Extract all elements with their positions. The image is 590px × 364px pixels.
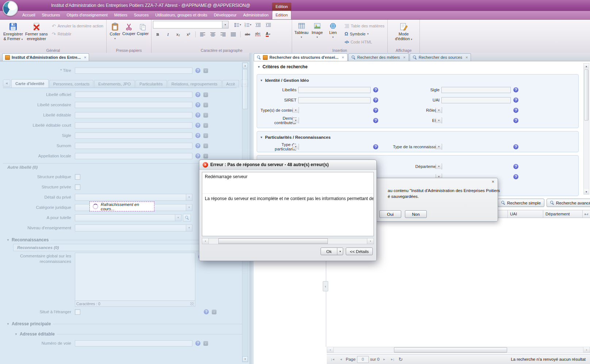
etat-select[interactable]: ▾: [441, 118, 442, 123]
first-page-button[interactable]: |◄: [330, 356, 336, 363]
info-icon[interactable]: i: [203, 113, 208, 118]
situe-etranger-checkbox[interactable]: [75, 309, 80, 315]
html-code-button[interactable]: </> Code HTML: [343, 38, 386, 46]
help-icon[interactable]: ?: [513, 144, 518, 149]
numero-voie-input[interactable]: [75, 340, 192, 346]
sigle-search-input[interactable]: [441, 87, 511, 93]
tab-administration[interactable]: Administration: [240, 11, 272, 19]
surnom-input[interactable]: [75, 143, 192, 149]
subtab-carte-identite[interactable]: Carte d'identité: [11, 79, 49, 88]
subtab-relations-regroupements[interactable]: Relations, regroupements: [168, 80, 222, 88]
align-center-button[interactable]: [208, 30, 218, 38]
page-number-input[interactable]: [357, 356, 369, 363]
help-icon[interactable]: ?: [373, 87, 378, 92]
non-button[interactable]: Non: [405, 210, 427, 218]
a-pour-tutelle-select[interactable]: ▾: [75, 214, 181, 221]
help-icon[interactable]: ?: [195, 92, 200, 97]
help-icon[interactable]: ?: [513, 97, 518, 103]
criteria-header[interactable]: ▼ Critères de recherche: [257, 64, 307, 69]
previous-page-button[interactable]: ◄: [338, 356, 344, 363]
combobox-dropdown-icon[interactable]: ▾: [222, 21, 228, 28]
numbered-list-button[interactable]: 1.2.3. ▾: [243, 21, 253, 28]
tab-edition[interactable]: Edition: [272, 11, 292, 19]
help-icon[interactable]: ?: [204, 309, 209, 314]
info-icon[interactable]: i: [212, 310, 217, 314]
info-icon[interactable]: i: [203, 68, 208, 73]
scroll-down-icon[interactable]: ▼: [584, 189, 589, 194]
details-button[interactable]: << Détails: [346, 248, 373, 255]
last-page-button[interactable]: ►|: [389, 356, 395, 363]
insert-image-button[interactable]: Image ▾: [309, 21, 325, 46]
tab-developpeur[interactable]: Développeur: [211, 11, 240, 19]
info-icon[interactable]: i: [203, 133, 208, 138]
scroll-down-icon[interactable]: ▼: [242, 356, 248, 362]
niveau-enseignement-select[interactable]: ▾: [75, 225, 192, 231]
help-icon[interactable]: ?: [513, 108, 518, 113]
align-justify-button[interactable]: [229, 30, 238, 38]
type-contenu-select[interactable]: ▾: [298, 107, 299, 113]
detail-prive-select[interactable]: ▾: [75, 194, 192, 201]
error-dialog-hscrollbar[interactable]: ‹ ›: [202, 238, 374, 244]
libelle-editable-court-input[interactable]: [75, 122, 192, 129]
help-icon[interactable]: ?: [195, 153, 200, 158]
column-header-departement[interactable]: Département: [543, 210, 582, 218]
font-color-button[interactable]: A ▾: [263, 30, 273, 38]
subtabs-scroll-left-button[interactable]: ◄: [3, 80, 10, 87]
scrollbar-thumb[interactable]: [394, 347, 507, 353]
collapse-panel-handle[interactable]: ‹: [323, 281, 328, 291]
font-combobox[interactable]: ▾: [153, 21, 229, 28]
sigle-input[interactable]: [75, 133, 192, 139]
column-header-uai[interactable]: UAI: [507, 210, 543, 218]
structure-privee-checkbox[interactable]: [75, 184, 80, 190]
scrollbar-thumb[interactable]: [584, 69, 589, 120]
results-hscrollbar[interactable]: ‹ ›: [327, 347, 590, 353]
scroll-left-icon[interactable]: ‹: [327, 347, 334, 353]
cut-button[interactable]: Couper: [122, 21, 136, 46]
libelle-officiel-input[interactable]: [75, 92, 192, 98]
help-icon[interactable]: ?: [195, 341, 200, 346]
spellcheck-button[interactable]: abc: [253, 30, 263, 38]
strikethrough-button[interactable]: abc: [243, 30, 252, 38]
help-icon[interactable]: ?: [513, 174, 518, 179]
close-tab-icon[interactable]: ×: [84, 55, 86, 60]
resize-grip[interactable]: [190, 302, 194, 306]
scroll-right-icon[interactable]: ›: [583, 347, 590, 353]
structure-publique-checkbox[interactable]: [75, 174, 80, 180]
libelle-secondaire-input[interactable]: [75, 102, 192, 108]
recherche-simple-button[interactable]: Recherche simple: [498, 199, 544, 207]
tab-utilisateurs-groupes-droits[interactable]: Utilisateurs, groupes et droits: [152, 11, 210, 19]
info-icon[interactable]: i: [203, 123, 208, 128]
close-without-save-button[interactable]: Fermer sans enregistrer: [25, 21, 48, 46]
help-icon[interactable]: ?: [373, 118, 378, 123]
tab-objets-enseignement[interactable]: Objets d'enseignement: [64, 11, 111, 19]
dernier-contributeur-select[interactable]: ▾: [298, 118, 299, 123]
scrollbar-thumb[interactable]: [218, 238, 328, 244]
criteria-scrollbar[interactable]: ▲ ▼: [583, 63, 589, 195]
outdent-button[interactable]: [253, 21, 263, 28]
help-icon[interactable]: ?: [195, 102, 200, 107]
libelle-editable-input[interactable]: [75, 112, 192, 118]
tab-accueil[interactable]: Accueil: [19, 11, 38, 19]
indent-button[interactable]: [264, 21, 273, 28]
scrollbar-thumb[interactable]: [242, 69, 248, 109]
close-tab-icon[interactable]: ×: [342, 55, 344, 60]
info-icon[interactable]: i: [203, 92, 208, 97]
sort-icon[interactable]: a-z: [582, 210, 590, 218]
departement-select[interactable]: ▾: [441, 164, 442, 169]
help-icon[interactable]: ?: [195, 123, 200, 128]
uai-input[interactable]: [441, 97, 511, 103]
oui-button[interactable]: Oui: [379, 210, 401, 218]
scroll-up-icon[interactable]: ▲: [584, 64, 589, 69]
commentaire-textarea[interactable]: [75, 253, 195, 301]
appellation-locale-input[interactable]: [75, 153, 192, 159]
document-tab[interactable]: Institut d'Administration des Entre... ×: [2, 53, 89, 61]
toc-button[interactable]: Table des matières: [343, 22, 386, 30]
section-adresse-principale[interactable]: ▼ Adresse principale: [7, 321, 246, 327]
info-icon[interactable]: i: [203, 143, 208, 148]
paste-button[interactable]: Coller ▾: [108, 21, 122, 46]
section-adresse-editable[interactable]: ▼ Adresse éditable: [15, 331, 246, 337]
titre-input[interactable]: [75, 68, 192, 74]
ok-button[interactable]: Ok ▾: [321, 248, 343, 255]
align-left-button[interactable]: [198, 30, 207, 38]
help-icon[interactable]: ?: [373, 108, 378, 113]
